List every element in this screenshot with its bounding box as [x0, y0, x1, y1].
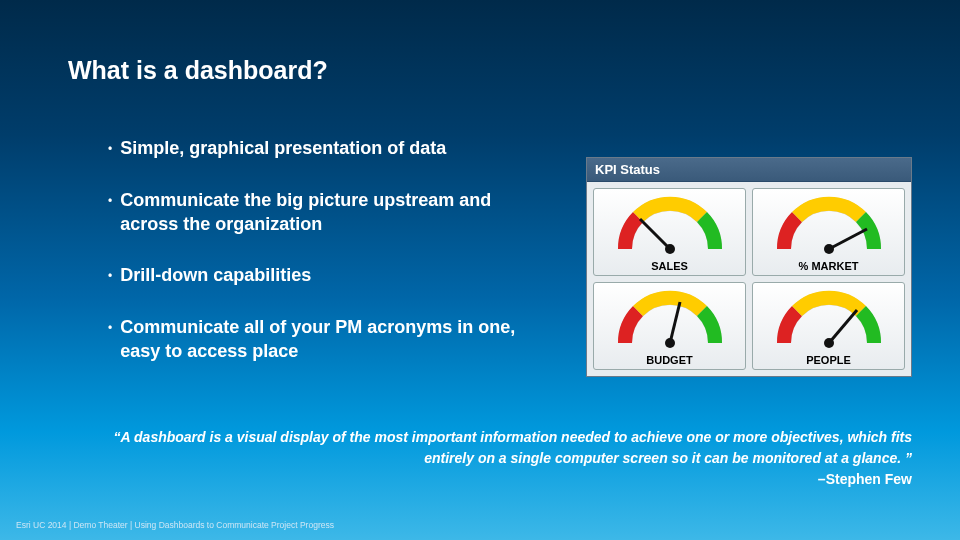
kpi-status-widget: KPI Status SALES % MARKET	[586, 157, 912, 377]
gauge-icon	[610, 288, 730, 352]
bullet-list: • Simple, graphical presentation of data…	[108, 136, 548, 389]
gauge-icon	[610, 194, 730, 258]
bullet-dot-icon: •	[108, 315, 112, 341]
kpi-gauge-sales: SALES	[593, 188, 746, 276]
kpi-label: SALES	[651, 260, 688, 272]
kpi-gauge-budget: BUDGET	[593, 282, 746, 370]
slide-title: What is a dashboard?	[68, 56, 328, 85]
svg-line-4	[670, 302, 680, 343]
bullet-dot-icon: •	[108, 136, 112, 162]
svg-point-5	[665, 338, 675, 348]
bullet-text: Simple, graphical presentation of data	[120, 136, 446, 160]
list-item: • Drill-down capabilities	[108, 263, 548, 289]
kpi-label: BUDGET	[646, 354, 692, 366]
kpi-label: % MARKET	[799, 260, 859, 272]
kpi-gauge-grid: SALES % MARKET BUDGET	[587, 182, 911, 376]
slide-footer: Esri UC 2014 | Demo Theater | Using Dash…	[16, 520, 334, 530]
svg-point-7	[824, 338, 834, 348]
quote-block: “A dashboard is a visual display of the …	[92, 427, 912, 490]
kpi-label: PEOPLE	[806, 354, 851, 366]
kpi-widget-header: KPI Status	[587, 158, 911, 182]
quote-attribution: –Stephen Few	[92, 469, 912, 490]
svg-point-1	[665, 244, 675, 254]
bullet-text: Communicate all of your PM acronyms in o…	[120, 315, 548, 364]
list-item: • Communicate all of your PM acronyms in…	[108, 315, 548, 364]
quote-text: “A dashboard is a visual display of the …	[114, 429, 912, 466]
svg-line-0	[640, 219, 670, 249]
list-item: • Communicate the big picture upstream a…	[108, 188, 548, 237]
svg-line-6	[829, 310, 857, 343]
svg-point-3	[824, 244, 834, 254]
gauge-icon	[769, 288, 889, 352]
bullet-dot-icon: •	[108, 188, 112, 214]
kpi-gauge-market: % MARKET	[752, 188, 905, 276]
gauge-icon	[769, 194, 889, 258]
svg-line-2	[829, 229, 867, 249]
bullet-text: Communicate the big picture upstream and…	[120, 188, 548, 237]
bullet-text: Drill-down capabilities	[120, 263, 311, 287]
kpi-gauge-people: PEOPLE	[752, 282, 905, 370]
bullet-dot-icon: •	[108, 263, 112, 289]
list-item: • Simple, graphical presentation of data	[108, 136, 548, 162]
